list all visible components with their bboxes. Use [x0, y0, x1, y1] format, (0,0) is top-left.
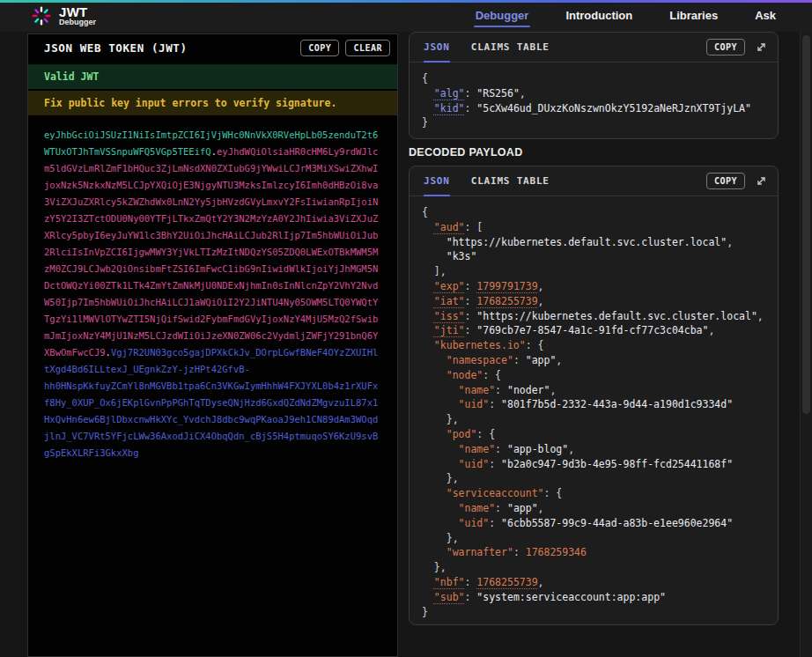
decoded-header-panel: JSON CLAIMS TABLE COPY { "alg": "RS256",… — [409, 32, 779, 139]
expand-icon[interactable] — [756, 41, 767, 53]
jwt-logo-icon — [32, 6, 51, 26]
decoded-header-tabbar: JSON CLAIMS TABLE COPY — [410, 33, 778, 63]
nav-item-ask[interactable]: Ask — [755, 0, 776, 32]
tab-payload-claims-table[interactable]: CLAIMS TABLE — [471, 166, 550, 196]
decoded-header-json: { "alg": "RS256", "kid": "5cXw46ud_DUxzK… — [410, 63, 778, 137]
decoded-payload-panel: JSON CLAIMS TABLE COPY { "aud": [ "https… — [409, 166, 779, 625]
encoder-title: JSON WEB TOKEN (JWT) — [44, 41, 294, 55]
decoded-payload-json: { "aud": [ "https://kubernetes.default.s… — [410, 196, 778, 625]
brand-subtitle: Debugger — [59, 18, 96, 26]
decoded-payload-tabbar: JSON CLAIMS TABLE COPY — [410, 166, 778, 196]
brand-home-link[interactable]: JWT Debugger — [32, 6, 96, 26]
valid-jwt-banner: Valid JWT — [28, 64, 397, 89]
encoder-header: JSON WEB TOKEN (JWT) COPY CLEAR — [28, 34, 397, 61]
expand-icon[interactable] — [756, 175, 767, 187]
nav-item-debugger[interactable]: Debugger — [476, 0, 529, 32]
copy-payload-button[interactable]: COPY — [706, 173, 745, 189]
clear-token-button[interactable]: CLEAR — [345, 40, 390, 56]
signature-warning-banner: Fix public key input errors to verify si… — [28, 91, 397, 115]
top-nav: JWT Debugger Debugger Introduction Libra… — [0, 0, 812, 32]
copy-header-button[interactable]: COPY — [706, 39, 745, 55]
decoded-payload-label: DECODED PAYLOAD — [409, 146, 523, 159]
top-gradient-bar — [0, 0, 812, 3]
main-nav: Debugger Introduction Libraries Ask — [476, 0, 776, 32]
nav-item-libraries[interactable]: Libraries — [669, 0, 718, 32]
page-scrollbar[interactable] — [800, 32, 812, 657]
tab-header-json[interactable]: JSON — [424, 33, 450, 62]
jwt-token-input[interactable]: eyJhbGciOiJSUzI1NiIsImtpZCI6IjVjWHc0NnVk… — [28, 115, 397, 473]
brand-title: JWT — [59, 6, 96, 18]
scrollbar-thumb[interactable] — [802, 35, 810, 414]
tab-payload-json[interactable]: JSON — [424, 166, 450, 196]
copy-token-button[interactable]: COPY — [300, 40, 339, 56]
nav-item-introduction[interactable]: Introduction — [565, 0, 632, 32]
tab-header-claims-table[interactable]: CLAIMS TABLE — [471, 33, 550, 62]
jwt-encoder-panel: JSON WEB TOKEN (JWT) COPY CLEAR Valid JW… — [27, 33, 398, 657]
